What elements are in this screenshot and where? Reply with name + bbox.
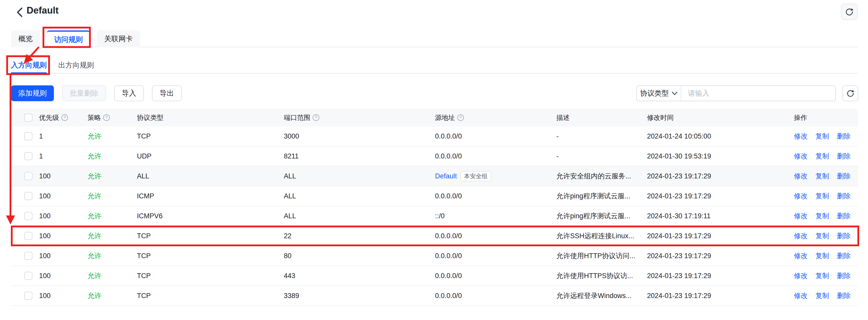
row-actions: 修改复制删除 xyxy=(794,231,858,240)
import-button[interactable]: 导入 xyxy=(114,85,144,101)
col-policy: 策略 xyxy=(88,113,101,122)
protocol-filter-select[interactable]: 协议类型 xyxy=(637,86,681,101)
row-checkbox[interactable] xyxy=(24,252,32,260)
subtab-outbound-label: 出方向规则 xyxy=(58,60,94,70)
action-edit[interactable]: 修改 xyxy=(794,231,808,240)
action-copy[interactable]: 复制 xyxy=(815,211,829,221)
modified-time-value: 2024-01-24 10:05:00 xyxy=(647,133,794,140)
tab-overview[interactable]: 概览 xyxy=(11,30,40,47)
table-header-row: 优先级? 策略? 协议类型 端口范围? 源地址? 描述 修改时间 操作 xyxy=(11,109,858,126)
action-edit[interactable]: 修改 xyxy=(794,291,808,300)
subtab-outbound-rules[interactable]: 出方向规则 xyxy=(58,57,94,73)
action-copy[interactable]: 复制 xyxy=(815,132,829,141)
tab-access-rules[interactable]: 访问规则 xyxy=(47,30,90,47)
action-edit[interactable]: 修改 xyxy=(794,151,808,161)
table-row: 100 允许 ICMP ALL 0.0.0.0/0 允许ping程序测试云服..… xyxy=(11,186,858,206)
description-value: 允许ping程序测试云服... xyxy=(556,192,647,201)
tab-associated-nics[interactable]: 关联网卡 xyxy=(97,30,140,47)
search-input[interactable] xyxy=(681,86,835,101)
action-edit[interactable]: 修改 xyxy=(794,172,808,181)
protocol-value: TCP xyxy=(137,252,284,260)
protocol-value: ICMP xyxy=(137,192,284,200)
source-value: ::/0 xyxy=(435,212,445,220)
row-checkbox[interactable] xyxy=(24,272,32,280)
col-modified-time: 修改时间 xyxy=(647,113,674,122)
select-all-checkbox[interactable] xyxy=(24,114,32,122)
add-rule-button[interactable]: 添加规则 xyxy=(11,85,54,101)
subtab-inbound-rules[interactable]: 入方向规则 xyxy=(11,57,47,73)
protocol-filter-label: 协议类型 xyxy=(640,88,669,98)
tab-bar: 概览 访问规则 关联网卡 xyxy=(11,30,858,47)
row-checkbox[interactable] xyxy=(24,212,32,220)
priority-value: 100 xyxy=(39,252,88,260)
policy-value: 允许 xyxy=(88,211,137,221)
col-priority: 优先级 xyxy=(39,113,59,122)
row-checkbox[interactable] xyxy=(24,292,32,300)
modified-time-value: 2024-01-23 19:17:29 xyxy=(647,292,794,300)
action-copy[interactable]: 复制 xyxy=(815,192,829,201)
action-delete[interactable]: 删除 xyxy=(837,291,850,300)
row-actions: 修改复制删除 xyxy=(794,211,858,221)
description-value: 允许使用HTTPS协议访... xyxy=(556,271,647,281)
modified-time-value: 2024-01-30 17:19:11 xyxy=(647,212,794,220)
action-copy[interactable]: 复制 xyxy=(815,151,829,161)
source-value: 0.0.0.0/0 xyxy=(435,272,462,280)
protocol-value: TCP xyxy=(137,232,284,240)
question-circle-icon[interactable]: ? xyxy=(61,114,68,121)
protocol-value: TCP xyxy=(137,133,284,140)
policy-value: 允许 xyxy=(88,271,137,281)
action-edit[interactable]: 修改 xyxy=(794,271,808,281)
action-delete[interactable]: 删除 xyxy=(837,172,850,181)
action-copy[interactable]: 复制 xyxy=(815,271,829,281)
question-circle-icon[interactable]: ? xyxy=(457,114,464,121)
action-delete[interactable]: 删除 xyxy=(837,192,850,201)
action-delete[interactable]: 删除 xyxy=(837,151,850,161)
action-edit[interactable]: 修改 xyxy=(794,211,808,221)
source-value[interactable]: Default xyxy=(435,172,457,180)
table-row: 100 允许 ICMPV6 ALL ::/0 允许ping程序测试云服... 2… xyxy=(11,206,858,226)
action-edit[interactable]: 修改 xyxy=(794,132,808,141)
col-description: 描述 xyxy=(556,113,570,122)
table-refresh-button[interactable] xyxy=(842,85,858,101)
policy-value: 允许 xyxy=(88,231,137,240)
action-delete[interactable]: 删除 xyxy=(837,251,850,260)
row-checkbox[interactable] xyxy=(24,172,32,180)
description-value: 允许安全组内的云服务... xyxy=(556,172,647,181)
action-delete[interactable]: 删除 xyxy=(837,271,850,281)
action-edit[interactable]: 修改 xyxy=(794,192,808,201)
action-delete[interactable]: 删除 xyxy=(837,211,850,221)
action-edit[interactable]: 修改 xyxy=(794,251,808,260)
table-row: 100 允许 TCP 80 0.0.0.0/0 允许使用HTTP协议访问... … xyxy=(11,246,858,266)
chevron-down-icon xyxy=(672,91,677,95)
row-actions: 修改复制删除 xyxy=(794,151,858,161)
action-copy[interactable]: 复制 xyxy=(815,251,829,260)
description-value: - xyxy=(556,152,647,160)
col-source: 源地址 xyxy=(435,113,455,122)
port-range-value: ALL xyxy=(284,172,435,180)
action-copy[interactable]: 复制 xyxy=(815,231,829,240)
export-button[interactable]: 导出 xyxy=(152,85,182,101)
direction-subtab-bar: 入方向规则 出方向规则 xyxy=(11,57,858,74)
source-value: 0.0.0.0/0 xyxy=(435,152,462,160)
action-copy[interactable]: 复制 xyxy=(815,291,829,300)
question-circle-icon[interactable]: ? xyxy=(313,114,319,121)
search-combo: 协议类型 xyxy=(636,85,836,101)
policy-value: 允许 xyxy=(88,251,137,260)
question-circle-icon[interactable]: ? xyxy=(103,114,110,121)
row-checkbox[interactable] xyxy=(24,232,32,240)
back-button[interactable] xyxy=(14,7,25,18)
protocol-value: ALL xyxy=(137,172,284,180)
description-value: 允许SSH远程连接Linux... xyxy=(556,231,647,240)
row-checkbox[interactable] xyxy=(24,132,32,140)
action-delete[interactable]: 删除 xyxy=(837,231,850,240)
source-value: 0.0.0.0/0 xyxy=(435,192,462,200)
row-checkbox[interactable] xyxy=(24,152,32,160)
action-copy[interactable]: 复制 xyxy=(815,172,829,181)
refresh-icon xyxy=(846,89,855,97)
description-value: 允许使用HTTP协议访问... xyxy=(556,251,647,260)
page-refresh-button[interactable] xyxy=(841,4,858,20)
security-group-detail-page: Default 概览 访问规则 关联网卡 入方向规则 出方向规则 添加规则 批量… xyxy=(0,0,868,320)
row-checkbox[interactable] xyxy=(24,192,32,200)
action-delete[interactable]: 删除 xyxy=(837,132,850,141)
description-value: - xyxy=(556,133,647,140)
